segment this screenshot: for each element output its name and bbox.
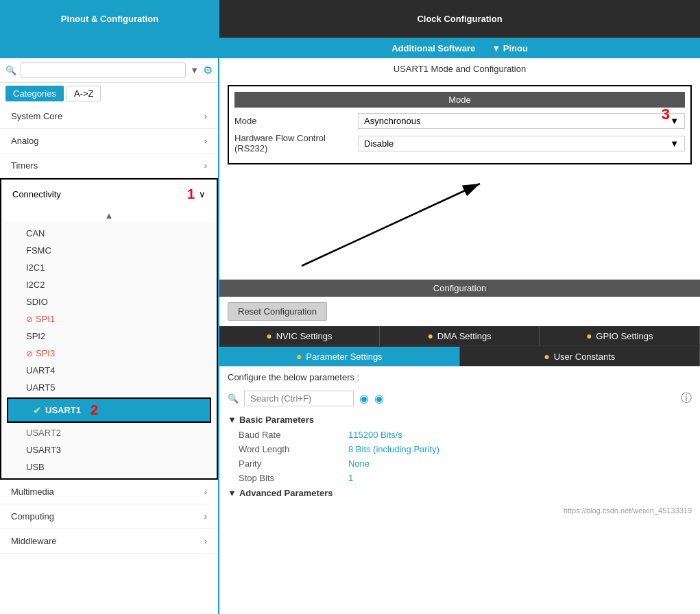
basic-params-section: ▼ Basic Parameters Baud Rate 115200 Bits… (219, 409, 700, 504)
mode-select[interactable]: Asynchronous ▼ (358, 113, 685, 129)
svg-line-1 (302, 184, 480, 266)
dropdown-arrow-icon: ▼ (670, 138, 679, 149)
sub-item-usb[interactable]: USB (1, 458, 217, 476)
sub-item-sdio[interactable]: SDIO (1, 293, 217, 310)
param-value: 115200 Bits/s (348, 430, 402, 440)
tab-az[interactable]: A->Z (67, 86, 101, 101)
tab-user-constants[interactable]: ● User Constants (460, 347, 701, 366)
pinout-label: ▼ Pinou (492, 43, 528, 53)
connectivity-section: Connectivity 1 ∨ ▲ CAN FSMC I2C1 I2C2 SD… (0, 178, 218, 480)
prev-icon[interactable]: ◉ (359, 392, 369, 405)
sidebar-item-connectivity[interactable]: Connectivity 1 ∨ (1, 180, 217, 209)
sub-item-can[interactable]: CAN (1, 225, 217, 242)
basic-params-header[interactable]: ▼ Basic Parameters (228, 412, 692, 428)
chevron-down-icon: ▼ (228, 488, 237, 498)
tab-categories[interactable]: Categories (5, 86, 64, 101)
sub-item-usart3[interactable]: USART3 (1, 441, 217, 458)
chevron-down-icon: ∨ (199, 189, 206, 199)
sidebar-item-system-core[interactable]: System Core › (0, 104, 218, 129)
param-name: Baud Rate (239, 430, 348, 440)
sub-item-usart1[interactable]: ✔ USART1 2 (8, 399, 210, 421)
sidebar-item-timers[interactable]: Timers › (0, 154, 218, 178)
search-params-area: 🔍 ◉ ◉ ⓘ (219, 388, 700, 409)
check-circle-icon: ● (266, 330, 271, 341)
param-value: None (348, 458, 370, 469)
check-circle-icon: ● (296, 351, 302, 362)
annotation-2: 2 (90, 402, 98, 418)
search-icon: 🔍 (5, 65, 16, 75)
hw-flow-select[interactable]: Disable ▼ (358, 136, 685, 151)
sidebar-tabs: Categories A->Z (0, 83, 218, 104)
chevron-right-icon: › (204, 160, 207, 171)
tab-parameter-settings[interactable]: ● Parameter Settings (219, 347, 460, 366)
param-word-length: Word Length 8 Bits (including Parity) (228, 442, 692, 456)
sub-item-i2c2[interactable]: I2C2 (1, 276, 217, 293)
sub-item-usart2[interactable]: USART2 (1, 424, 217, 441)
param-name: Stop Bits (239, 473, 348, 483)
sub-item-spi1[interactable]: ⊘ SPI1 (1, 310, 217, 328)
info-icon[interactable]: ⓘ (681, 391, 692, 406)
chevron-right-icon: › (204, 487, 207, 497)
param-value: 8 Bits (including Parity) (348, 444, 439, 454)
content-area: USART1 Mode and Configuration Mode Mode … (219, 58, 700, 614)
tab-nvic-settings[interactable]: ● NVIC Settings (219, 326, 380, 345)
sidebar-items: System Core › Analog › Timers › Connecti… (0, 104, 218, 614)
mode-value: Asynchronous (364, 116, 420, 126)
config-header: Configuration (219, 280, 700, 297)
tab-gpio-settings[interactable]: ● GPIO Settings (540, 326, 700, 345)
sidebar-item-middleware[interactable]: Middleware › (0, 529, 218, 554)
tab-dma-settings[interactable]: ● DMA Settings (380, 326, 540, 345)
sub-item-fsmc[interactable]: FSMC (1, 242, 217, 259)
pinout-config-tab[interactable]: Pinout & Configuration (0, 0, 219, 38)
annotation-1: 1 (187, 186, 195, 202)
annotation-3: 3 (662, 106, 670, 123)
chevron-right-icon: › (204, 136, 207, 146)
clock-config-tab[interactable]: Clock Configuration (219, 0, 700, 38)
next-icon[interactable]: ◉ (374, 392, 384, 405)
pinout-config-title: Pinout & Configuration (61, 14, 158, 24)
param-name: Parity (239, 458, 348, 469)
mode-label: Mode (234, 116, 358, 126)
connectivity-sub-items: CAN FSMC I2C1 I2C2 SDIO ⊘ SPI1 SPI2 ⊘ SP… (1, 222, 217, 478)
sub-item-uart5[interactable]: UART5 (1, 379, 217, 396)
reset-config-button[interactable]: Reset Configuration (228, 302, 327, 321)
search-input[interactable] (21, 62, 186, 78)
mode-section: Mode Mode Asynchronous ▼ Hardware Flow C… (228, 85, 692, 164)
sub-item-spi2[interactable]: SPI2 (1, 328, 217, 345)
param-parity: Parity None (228, 456, 692, 471)
check-circle-icon: ● (544, 351, 549, 362)
chevron-right-icon: › (204, 511, 207, 521)
sidebar-item-multimedia[interactable]: Multimedia › (0, 480, 218, 504)
mode-header: Mode (234, 92, 685, 108)
gear-icon[interactable]: ⚙ (203, 64, 213, 77)
watermark: https://blog.csdn.net/weixin_45133319 (219, 504, 700, 517)
usart1-box: ✔ USART1 2 (7, 397, 211, 423)
search-area: 🔍 ▼ ⚙ (0, 58, 218, 83)
arrow-svg (219, 170, 700, 280)
check-icon: ✔ (33, 405, 41, 416)
sidebar-item-analog[interactable]: Analog › (0, 129, 218, 154)
additional-software-area: Additional Software ▼ Pinou (219, 38, 700, 58)
chevron-right-icon: › (204, 536, 207, 546)
settings-tabs: ● NVIC Settings ● DMA Settings ● GPIO Se… (219, 326, 700, 347)
sub-item-spi3[interactable]: ⊘ SPI3 (1, 345, 217, 362)
dropdown-arrow: ▼ (190, 65, 199, 75)
param-baud-rate: Baud Rate 115200 Bits/s (228, 428, 692, 442)
hw-flow-row: Hardware Flow Control (RS232) Disable ▼ (234, 133, 685, 154)
search-icon: 🔍 (228, 393, 239, 404)
clock-config-title: Clock Configuration (417, 14, 502, 24)
dropdown-arrow-icon: ▼ (670, 116, 679, 126)
subheader-left (0, 38, 219, 58)
configure-text: Configure the below parameters : (219, 367, 700, 388)
advanced-params-header[interactable]: ▼ Advanced Parameters (228, 485, 692, 501)
sub-item-uart4[interactable]: UART4 (1, 362, 217, 379)
annotation-area (219, 170, 700, 280)
param-stop-bits: Stop Bits 1 (228, 471, 692, 485)
chevron-down-icon: ▼ (228, 415, 237, 425)
sidebar-item-computing[interactable]: Computing › (0, 504, 218, 529)
param-search-input[interactable] (244, 391, 354, 406)
content-title: USART1 Mode and Configuration (219, 58, 700, 79)
mode-row: Mode Asynchronous ▼ (234, 113, 685, 129)
chevron-right-icon: › (204, 111, 207, 121)
sub-item-i2c1[interactable]: I2C1 (1, 259, 217, 276)
